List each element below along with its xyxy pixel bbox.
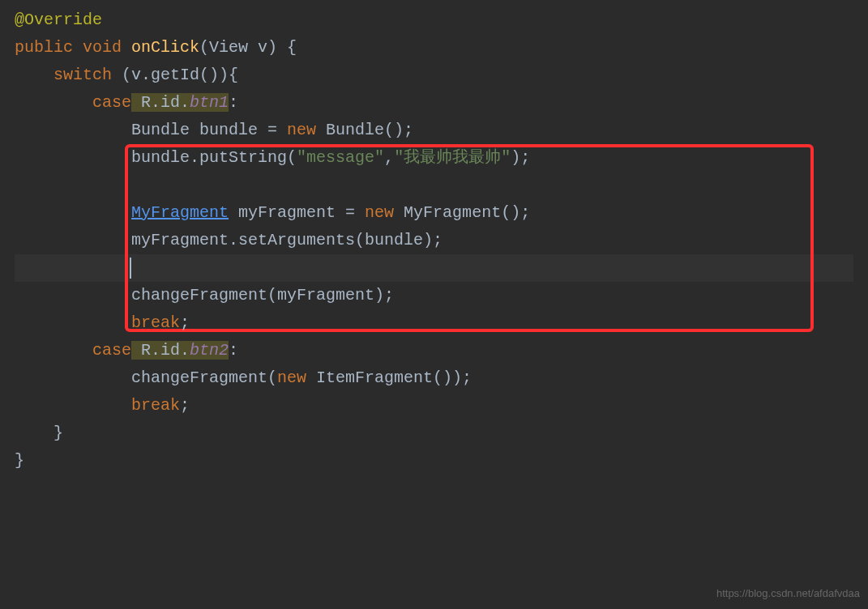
code-line-14: changeFragment(new ItemFragment()); xyxy=(15,364,853,392)
changefragment-2: changeFragment( xyxy=(131,368,277,387)
r-id-2: R.id. xyxy=(131,341,190,360)
code-line-6: bundle.putString("message","我最帅我最帅"); xyxy=(15,144,853,172)
text-cursor xyxy=(130,258,131,279)
r-id-1: R.id. xyxy=(131,93,190,112)
colon-1: : xyxy=(229,93,238,112)
watermark-text: https://blog.csdn.net/afdafvdaa xyxy=(716,585,860,603)
code-line-2: public void onClick(View v) { xyxy=(15,34,853,62)
myfragment-class[interactable]: MyFragment xyxy=(131,203,229,222)
annotation-override: @Override xyxy=(15,11,102,29)
code-line-13: case R.id.btn2: xyxy=(15,337,853,364)
code-line-11: changeFragment(myFragment); xyxy=(15,282,853,309)
keyword-new-2: new xyxy=(365,203,394,222)
bundle-decl: Bundle bundle = xyxy=(131,121,287,139)
comma-1: , xyxy=(384,148,394,167)
itemfragment-ctor: ItemFragment()); xyxy=(306,368,472,387)
keyword-new-3: new xyxy=(277,368,306,387)
putstring-call: bundle.putString( xyxy=(131,148,297,167)
close-brace-2: } xyxy=(15,451,24,470)
code-line-8: MyFragment myFragment = new MyFragment()… xyxy=(15,199,853,227)
code-line-4: case R.id.btn1: xyxy=(15,89,853,117)
params: (View v) { xyxy=(199,38,297,57)
setarguments-call: myFragment.setArguments(bundle); xyxy=(131,231,443,249)
changefragment-1: changeFragment(myFragment); xyxy=(131,286,394,304)
semi-1: ; xyxy=(180,313,190,332)
myfragment-var: myFragment = xyxy=(229,203,365,222)
code-line-3: switch (v.getId()){ xyxy=(15,62,853,89)
colon-2: : xyxy=(229,341,238,360)
btn2-field: btn2 xyxy=(190,341,229,360)
keyword-switch: switch xyxy=(53,66,112,84)
code-editor[interactable]: @Override public void onClick(View v) { … xyxy=(15,6,853,475)
code-line-10-cursor xyxy=(15,254,853,282)
keyword-new-1: new xyxy=(287,121,316,139)
myfragment-ctor: MyFragment(); xyxy=(394,203,530,222)
btn1-field: btn1 xyxy=(190,93,229,112)
code-line-5: Bundle bundle = new Bundle(); xyxy=(15,117,853,144)
putstring-end: ); xyxy=(511,148,530,167)
string-chinese: "我最帅我最帅" xyxy=(394,148,511,167)
semi-2: ; xyxy=(180,396,190,415)
code-line-7-empty xyxy=(15,172,853,199)
keyword-public: public xyxy=(15,38,73,57)
code-line-12: break; xyxy=(15,309,853,337)
cursor-line-highlight xyxy=(15,254,853,282)
code-line-9: myFragment.setArguments(bundle); xyxy=(15,227,853,254)
code-line-17: } xyxy=(15,447,853,475)
code-line-1: @Override xyxy=(15,6,853,34)
string-message: "message" xyxy=(297,148,384,167)
code-line-16: } xyxy=(15,419,853,447)
bundle-ctor: Bundle(); xyxy=(316,121,413,139)
keyword-void: void xyxy=(73,38,131,57)
method-onclick: onClick xyxy=(131,38,199,57)
keyword-case-2: case xyxy=(92,341,131,360)
close-brace-1: } xyxy=(53,424,63,442)
code-line-15: break; xyxy=(15,392,853,419)
switch-cond: (v.getId()){ xyxy=(112,66,238,84)
keyword-break-1: break xyxy=(131,313,180,332)
keyword-case: case xyxy=(92,93,131,112)
keyword-break-2: break xyxy=(131,396,180,415)
